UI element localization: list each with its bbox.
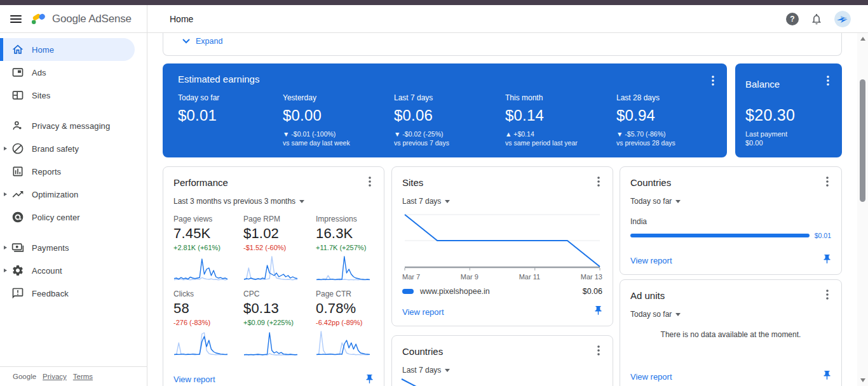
- stat-label: Today so far: [178, 93, 283, 102]
- pin-icon[interactable]: [593, 304, 604, 319]
- dropdown-arrow-icon: [675, 200, 681, 203]
- scrollbar-up-arrow[interactable]: [857, 34, 868, 43]
- sidebar-item-sites[interactable]: Sites: [0, 84, 147, 107]
- view-report-link[interactable]: View report: [630, 256, 672, 265]
- x-tick-label: Mar 11: [519, 273, 540, 281]
- adsense-brand[interactable]: Google AdSense: [31, 10, 132, 29]
- sidebar-item-optimization[interactable]: Optimization: [0, 183, 147, 206]
- hamburger-menu-icon[interactable]: [10, 15, 22, 23]
- sidebar-item-label: Ads: [32, 68, 46, 77]
- sidebar-footer: Google Privacy Terms: [0, 366, 147, 386]
- brand-safety-icon: [11, 142, 24, 155]
- site-name: www.pixelshopee.in: [420, 287, 583, 296]
- sparkline-row: [173, 329, 374, 357]
- sites-card: Sites Last 7 days Mar 7 Mar 9 Mar 11 Mar…: [391, 166, 613, 326]
- metric-value: 58: [173, 300, 243, 317]
- stat-comparison: vs same day last week: [283, 139, 394, 147]
- dropdown-arrow-icon: [675, 313, 681, 316]
- sidebar-item-ads[interactable]: Ads: [0, 61, 147, 84]
- app-header: Google AdSense Home ?: [0, 5, 868, 33]
- performance-card: Performance Last 3 months vs previous 3 …: [163, 166, 384, 386]
- home-icon: [11, 43, 24, 56]
- date-range-label: Last 7 days: [402, 197, 441, 206]
- stat-value: $0.01: [178, 107, 283, 124]
- metrics-row: Clicks 58 -276 (-83%) CPC $0.13 +$0.09 (…: [173, 290, 374, 326]
- scrollbar-thumb[interactable]: [860, 79, 865, 202]
- kebab-menu-icon[interactable]: [593, 345, 604, 356]
- google-footer-label: Google: [13, 373, 36, 380]
- page-views-sparkline: [173, 254, 228, 282]
- sidebar-item-payments[interactable]: Payments: [0, 236, 147, 259]
- metric-value: $1.02: [243, 225, 316, 242]
- sidebar-item-policy-center[interactable]: Policy center: [0, 206, 147, 229]
- terms-link[interactable]: Terms: [73, 373, 93, 380]
- date-range-selector[interactable]: Last 3 months vs previous 3 months: [173, 197, 374, 206]
- adsense-home-screen: Google AdSense Home ?: [0, 0, 868, 386]
- stat-comparison: vs previous 7 days: [394, 139, 505, 147]
- notifications-bell-icon[interactable]: [810, 13, 823, 25]
- sparkline-row: [173, 254, 374, 282]
- balance-value: $20.30: [745, 106, 832, 124]
- sidebar-item-account[interactable]: Account: [0, 259, 147, 282]
- sidebar-item-brand-safety[interactable]: Brand safety: [0, 137, 147, 160]
- expand-arrow-icon[interactable]: [4, 192, 7, 196]
- help-icon[interactable]: ?: [786, 13, 799, 25]
- sidebar-item-feedback[interactable]: Feedback: [0, 282, 147, 305]
- pin-icon[interactable]: [364, 373, 375, 386]
- sidebar-item-privacy-messaging[interactable]: Privacy & messaging: [0, 114, 147, 137]
- metric: Page CTR 0.78% -6.42pp (-89%): [316, 290, 374, 326]
- card-title: Countries: [630, 177, 831, 188]
- view-report-link[interactable]: View report: [630, 372, 672, 382]
- earnings-stat: Last 28 days $0.94 ▼ -$5.70 (-86%) vs pr…: [616, 93, 727, 147]
- metric-value: 16.3K: [316, 225, 374, 242]
- kebab-menu-icon[interactable]: [822, 289, 832, 300]
- metric-delta: +2.81K (+61%): [173, 244, 243, 251]
- impressions-sparkline: [316, 254, 370, 282]
- window-top-strip: [0, 0, 868, 5]
- dropdown-arrow-icon: [445, 369, 450, 372]
- kebab-menu-icon[interactable]: [593, 176, 604, 187]
- view-report-link[interactable]: View report: [173, 375, 215, 384]
- dropdown-arrow-icon: [445, 200, 450, 203]
- cpc-sparkline: [243, 329, 298, 357]
- expand-arrow-icon[interactable]: [4, 269, 7, 272]
- expand-arrow-icon[interactable]: [4, 246, 7, 250]
- date-range-selector[interactable]: Today so far: [630, 197, 831, 206]
- expand-arrow-icon[interactable]: [4, 147, 7, 150]
- expand-button[interactable]: Expand: [182, 37, 222, 46]
- stat-label: This month: [505, 93, 616, 102]
- earnings-stats: Today so far $0.01 Yesterday $0.00 ▼ -$0…: [178, 93, 727, 147]
- x-tick-label: Mar 7: [402, 273, 420, 281]
- metric-label: Page views: [173, 215, 243, 223]
- countries-today-card: Countries Today so far India $0.01 View …: [620, 166, 842, 275]
- sidebar-item-label: Privacy & messaging: [32, 121, 110, 131]
- date-range-selector[interactable]: Today so far: [630, 310, 831, 319]
- metric: Clicks 58 -276 (-83%): [173, 290, 243, 326]
- avatar[interactable]: [834, 11, 851, 27]
- scrollbar-down-arrow[interactable]: [857, 376, 868, 385]
- metric: Page RPM $1.02 -$1.52 (-60%): [243, 215, 316, 251]
- pin-icon[interactable]: [822, 369, 832, 384]
- card-title: Balance: [745, 79, 832, 90]
- kebab-menu-icon[interactable]: [365, 176, 375, 187]
- last-payment-value: $0.00: [745, 139, 832, 147]
- page-rpm-sparkline: [243, 254, 298, 282]
- header-actions: ?: [786, 11, 851, 27]
- metric-label: Page CTR: [316, 290, 374, 298]
- payments-icon: [11, 241, 24, 254]
- collapsed-summary-card: Expand: [163, 33, 842, 56]
- date-range-selector[interactable]: Last 7 days: [402, 197, 602, 206]
- view-report-link[interactable]: View report: [402, 307, 444, 317]
- kebab-menu-icon[interactable]: [822, 176, 832, 187]
- sidebar-item-home[interactable]: Home: [0, 38, 135, 61]
- pin-icon[interactable]: [822, 253, 832, 268]
- kebab-menu-icon[interactable]: [708, 75, 718, 86]
- date-range-label: Today so far: [630, 310, 672, 319]
- date-range-selector[interactable]: Last 7 days: [402, 366, 602, 375]
- dropdown-arrow-icon: [299, 200, 304, 203]
- kebab-menu-icon[interactable]: [823, 75, 833, 86]
- sidebar-item-reports[interactable]: Reports: [0, 160, 147, 183]
- metric-value: 7.45K: [173, 225, 243, 242]
- metric-value: $0.13: [243, 300, 316, 317]
- privacy-link[interactable]: Privacy: [43, 373, 67, 380]
